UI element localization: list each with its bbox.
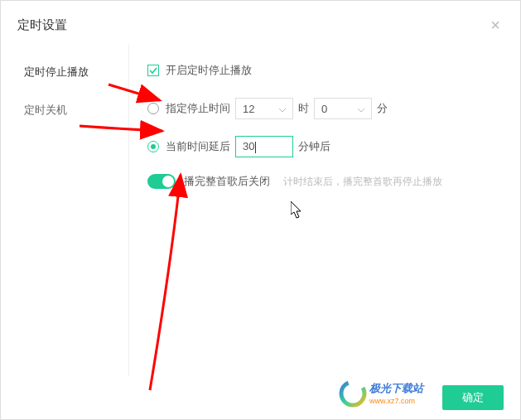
hour-value: 12 <box>243 103 254 115</box>
finish-song-hint: 计时结束后，播完整首歌再停止播放 <box>283 175 442 189</box>
delay-input[interactable]: 30 <box>235 136 293 157</box>
sidebar-item-timed-stop[interactable]: 定时停止播放 <box>1 53 128 91</box>
finish-song-label: 播完整首歌后关闭 <box>184 174 270 189</box>
minute-unit: 分 <box>377 101 388 116</box>
enable-checkbox[interactable] <box>147 65 159 76</box>
hour-unit: 时 <box>298 101 309 116</box>
enable-label: 开启定时停止播放 <box>166 63 252 78</box>
delay-unit: 分钟后 <box>298 139 330 154</box>
radio-delay-time[interactable] <box>147 141 159 152</box>
minute-select[interactable]: 0 <box>314 98 372 119</box>
chevron-down-icon <box>358 103 364 115</box>
chevron-down-icon <box>279 103 286 115</box>
specify-time-label: 指定停止时间 <box>166 101 230 116</box>
radio-specify-time[interactable] <box>147 103 159 114</box>
delay-value: 30 <box>243 140 256 153</box>
finish-song-toggle[interactable] <box>147 174 176 189</box>
dialog-title: 定时设置 <box>17 17 67 33</box>
sidebar: 定时停止播放 定时关机 <box>1 45 129 376</box>
hour-select[interactable]: 12 <box>235 98 293 119</box>
sidebar-item-timed-shutdown[interactable]: 定时关机 <box>1 91 128 129</box>
confirm-button[interactable]: 确定 <box>442 385 504 410</box>
minute-value: 0 <box>321 103 327 115</box>
close-icon[interactable]: × <box>487 16 504 35</box>
delay-label: 当前时间延后 <box>166 139 230 154</box>
